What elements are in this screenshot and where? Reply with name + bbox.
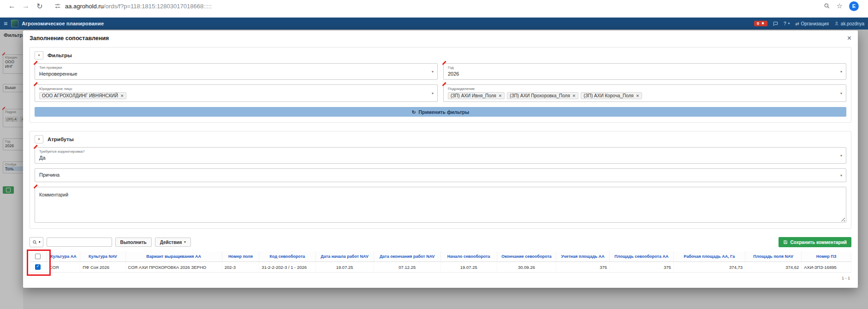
search-icon [32,240,37,245]
column-header[interactable]: Площадь поля NAV [745,251,802,262]
help-menu[interactable]: ?▾ [784,21,790,26]
report-table-wrap: Культура ААКультура NAVВариант выращиван… [30,251,851,280]
chevron-down-icon: ▾ [432,91,434,95]
column-header[interactable]: Площадь севооборота АА [610,251,674,262]
actions-button[interactable]: Действия▾ [155,238,191,247]
save-icon [783,240,788,244]
table-cell: СОЯ [47,262,80,273]
column-header[interactable]: Учетная площадь АА [556,251,610,262]
chevron-down-icon: ▾ [840,91,842,95]
division-chip[interactable]: (ЗП) АХИ Короча_Поля✕ [581,92,642,99]
table-cell: АХИ-ЗПЗ-16895 [802,262,851,273]
back-button[interactable]: ← [6,0,18,12]
column-header[interactable]: Рабочая площадь АА, Га [673,251,745,262]
refresh-icon: ↻ [412,109,416,115]
app-title: Агрономическое планирование [22,21,104,26]
table-header-row: Культура ААКультура NAVВариант выращиван… [30,251,851,262]
address-bar[interactable]: aa.agrohold.ru/ords/f?p=118:1815:1280301… [54,3,823,10]
user-icon [834,21,839,26]
reason-select[interactable]: Причина ▾ [35,168,846,182]
pagination: 1 - 1 [30,273,851,280]
save-comment-button[interactable]: Сохранить комментарий [779,237,851,247]
search-input[interactable] [47,238,112,247]
alert-badge[interactable]: 0 [754,21,767,26]
close-icon[interactable]: × [847,35,851,42]
column-header[interactable]: Окончание севооборота [497,251,556,262]
filters-region: ▾ Фильтры Тип проверки Непроверенные ▾ Г… [30,47,851,123]
chevron-down-icon: ▾ [39,240,41,244]
check-type-select[interactable]: Тип проверки Непроверенные ▾ [35,63,438,80]
table-cell: 375 [610,262,674,273]
year-select[interactable]: Год 2026 ▾ [443,63,846,80]
division-chip[interactable]: (ЗП) АХИ Ивня_Поля✕ [448,92,505,99]
table-cell: СОЯ АХИ ПРОХОРОВКА 2026 ЗЕРНО [125,262,222,273]
chat-icon[interactable] [773,21,778,26]
chevron-down-icon: ▾ [788,22,790,25]
app-header: ≡ Агрономическое планирование 0 ?▾ ⇄Орга… [0,18,868,30]
forward-button[interactable]: → [19,0,32,12]
column-header[interactable]: Дата окончания работ NAV [374,251,440,262]
app-logo [11,20,18,27]
chevron-down-icon: ▾ [184,240,186,244]
correction-select[interactable]: Требуется корректировка? Да ▾ [35,147,846,164]
collapse-icon[interactable]: ▾ [35,51,43,59]
column-header[interactable]: Номер ПЗ [802,251,851,262]
table-cell: 375 [556,262,610,273]
zoom-icon[interactable] [824,3,830,9]
select-all-checkbox[interactable] [35,254,41,259]
apply-filters-button[interactable]: ↻ Применить фильтры [35,107,846,117]
table-cell: 202-3 [222,262,259,273]
user-menu[interactable]: ak.pozdnya [834,21,864,26]
table-row: СОЯПФ Соя 2026СОЯ АХИ ПРОХОРОВКА 2026 ЗЕ… [30,262,851,273]
remove-chip-icon[interactable]: ✕ [120,94,124,98]
site-settings-icon[interactable] [54,3,61,9]
table-cell: 374,73 [673,262,745,273]
comment-textarea[interactable]: Комментарий [35,187,846,223]
table-cell: 374,62 [745,262,802,273]
organization-menu[interactable]: ⇄Организация [795,21,829,26]
table-cell: 19.07.25 [315,262,374,273]
chevron-down-icon: ▾ [840,70,842,74]
report-table: Культура ААКультура NAVВариант выращиван… [30,251,851,273]
browser-chrome: ← → ↻ aa.agrohold.ru/ords/f?p=118:1815:1… [0,0,868,18]
url-text[interactable]: aa.agrohold.ru/ords/f?p=118:1815:1280301… [65,3,212,10]
column-header[interactable]: Вариант выращивания АА [125,251,222,262]
row-checkbox[interactable] [35,264,41,270]
table-cell: ПФ Соя 2026 [80,262,125,273]
column-header[interactable]: Номер поля [222,251,259,262]
modal-dialog: Заполнение сопоставления × ▾ Фильтры Тип… [23,30,858,288]
table-cell: 31-2-2-202-3 / 1 - 2026 [259,262,315,273]
column-header[interactable]: Культура NAV [80,251,125,262]
division-chip[interactable]: (ЗП) АХИ Прохоровка_Поля✕ [507,92,578,99]
menu-icon[interactable]: ≡ [4,20,7,27]
collapse-icon[interactable]: ▾ [35,135,43,143]
remove-chip-icon[interactable]: ✕ [572,94,576,98]
organization-icon: ⇄ [795,21,799,26]
column-header[interactable]: Дата начала работ NAV [315,251,374,262]
chevron-down-icon: ▾ [840,154,842,158]
attributes-region: ▾ Атрибуты Требуется корректировка? Да ▾… [30,131,851,229]
attributes-region-title: Атрибуты [48,137,74,142]
column-header[interactable]: Код севооборота [259,251,315,262]
browser-profile-avatar[interactable]: E [849,1,859,11]
column-header[interactable]: Культура АА [47,251,80,262]
report-toolbar: ▾ Выполнить Действия▾ Сохранить коммента… [30,237,851,247]
screen: ← → ↻ aa.agrohold.ru/ords/f?p=118:1815:1… [0,0,868,309]
chevron-down-icon: ▾ [432,70,434,74]
column-header[interactable]: Начало севооборота [440,251,497,262]
division-select[interactable]: Подразделение (ЗП) АХИ Ивня_Поля✕ (ЗП) А… [443,84,846,102]
filters-region-title: Фильтры [48,53,72,58]
chevron-down-icon: ▾ [840,173,842,178]
go-button[interactable]: Выполнить [115,238,152,247]
reload-button[interactable]: ↻ [33,0,46,12]
table-cell: 07.12.25 [374,262,440,273]
legal-entity-chip[interactable]: ООО АГРОХОЛДИНГ ИВНЯНСКИЙ✕ [39,92,126,99]
table-cell: 30.09.26 [497,262,556,273]
bookmark-star-icon[interactable]: ☆ [837,2,843,10]
remove-chip-icon[interactable]: ✕ [636,94,640,98]
legal-entity-select[interactable]: Юридическое лицо ООО АГРОХОЛДИНГ ИВНЯНСК… [35,84,438,102]
table-cell: 19.07.25 [440,262,497,273]
search-options-button[interactable]: ▾ [30,237,43,247]
remove-chip-icon[interactable]: ✕ [499,94,502,98]
modal-title: Заполнение сопоставления [30,35,109,42]
